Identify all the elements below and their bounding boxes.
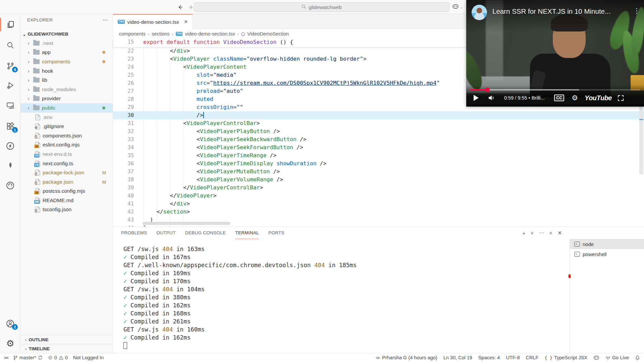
breadcrumb-item[interactable]: VideoDemoSection [247, 31, 289, 37]
cursor-position[interactable]: Ln 30, Col 19 [443, 355, 472, 360]
tree-item-README.md[interactable]: MDREADME.md [20, 196, 113, 205]
breadcrumb-item[interactable]: sections [152, 31, 169, 37]
tree-item-.gitignore[interactable]: ⊘.gitignore [20, 122, 113, 131]
git-blame[interactable]: Prharsha G (4 hours ago) [375, 355, 437, 360]
run-debug-icon[interactable] [0, 77, 20, 94]
notifications-bell[interactable] [635, 355, 640, 360]
code-line-36[interactable]: 36 <VideoPlayerTimeDisplay showDuration … [113, 160, 644, 168]
code-line-33[interactable]: 33 <VideoPlayerSeekBackwardButton /> [113, 135, 644, 143]
code-line-31[interactable]: 31 <VideoPlayerControlBar> [113, 119, 644, 127]
remote-indicator[interactable]: >< [4, 355, 8, 360]
navigate-back-icon[interactable] [176, 3, 184, 11]
tree-item-eslint.config.mjs[interactable]: JSeslint.config.mjs [20, 140, 113, 150]
tree-item-package-lock.json[interactable]: {}package-lock.jsonM [20, 168, 113, 177]
tree-item-components.json[interactable]: {}components.json [20, 131, 113, 140]
panel-tab-problems[interactable]: PROBLEMS [121, 227, 147, 239]
problems-summary[interactable]: 00 [48, 355, 68, 360]
copilot-menu[interactable]: ⌄ [452, 3, 463, 11]
video-progress-bar[interactable] [470, 89, 640, 90]
language-mode[interactable]: { }TypeScript JSX [544, 355, 587, 360]
launch-profile-button[interactable]: ˅ [531, 230, 534, 236]
code-line-40[interactable]: 40 </VideoPlayer> [113, 192, 644, 200]
search-sidebar-icon[interactable] [0, 37, 20, 53]
video-menu-icon[interactable]: ⋮ [633, 7, 640, 15]
command-center-search[interactable]: glidewatchweb [194, 2, 449, 12]
new-terminal-button[interactable]: + [522, 230, 525, 236]
tree-item-app[interactable]: ›app [20, 48, 113, 57]
tree-item-provider[interactable]: ›provider [20, 94, 113, 104]
code-token: = [220, 88, 223, 94]
tab-close-icon[interactable]: ✕ [182, 18, 189, 25]
go-live[interactable]: Go Live [605, 355, 629, 360]
not-logged-in[interactable]: Not Logged In [73, 355, 104, 360]
panel-tab-terminal[interactable]: TERMINAL [235, 227, 259, 239]
youtube-logo[interactable]: YouTube [585, 94, 612, 102]
encoding[interactable]: UTF-8 [506, 355, 520, 360]
thunder-client-icon[interactable] [0, 138, 20, 154]
extensions-icon[interactable]: 1 [0, 118, 20, 134]
code-line-38[interactable]: 38 <VideoPlayerVolumeRange /> [113, 176, 644, 184]
code-line-35[interactable]: 35 <VideoPlayerTimeRange /> [113, 152, 644, 160]
terminal-output[interactable]: GET /sw.js 404 in 163ms✓ Compiled in 167… [123, 245, 357, 350]
maximize-panel-button[interactable]: ˄ [549, 230, 552, 236]
explorer-more-actions-icon[interactable]: ⋯ [103, 17, 108, 23]
accounts-icon[interactable]: 2 [0, 315, 20, 331]
volume-button[interactable] [487, 94, 495, 102]
workspace-root-folder[interactable]: ⌄ GLIDEWATCHWEB [20, 29, 113, 39]
tree-item-hook[interactable]: ›hook [20, 66, 113, 76]
file-icon: ⊘ [35, 123, 40, 129]
tree-item-components[interactable]: ›components [20, 57, 113, 66]
video-title[interactable]: Learn SSR for NEXT.JS in 10 Minute... [492, 7, 628, 15]
copilot-status[interactable] [593, 355, 599, 361]
panel-tab-debug-console[interactable]: DEBUG CONSOLE [185, 227, 226, 239]
timeline-section[interactable]: › TIMELINE [20, 344, 113, 353]
close-panel-button[interactable]: ✕ [557, 230, 562, 236]
youtube-pip-player[interactable]: Learn SSR for NEXT.JS in 10 Minute... ⋮ … [466, 0, 644, 107]
tree-item-postcss.config.mjs[interactable]: JSpostcss.config.mjs [20, 187, 113, 196]
indentation[interactable]: Spaces: 4 [478, 355, 500, 360]
breadcrumb-item[interactable]: components [119, 31, 146, 37]
tree-item-public[interactable]: ›public [20, 103, 113, 113]
vertical-scrollbar[interactable] [639, 107, 643, 174]
panel-tab-output[interactable]: OUTPUT [156, 227, 175, 239]
code-line-32[interactable]: 32 <VideoPlayerPlayButton /> [113, 127, 644, 135]
tree-item-next-env.d.ts[interactable]: TSnext-env.d.ts [20, 149, 113, 159]
outline-section[interactable]: › OUTLINE [20, 335, 113, 344]
tab-video-demo-section[interactable]: TSX video-demo-section.tsx ✕ [113, 14, 193, 29]
fullscreen-button[interactable] [618, 95, 624, 101]
code-text: src="https://stream.mux.com/DS00Spx1CV90… [143, 79, 440, 87]
more-actions-button[interactable]: ⋯ [539, 230, 544, 236]
settings-gear-icon[interactable]: ⚙ [0, 335, 20, 351]
play-button[interactable] [474, 95, 479, 101]
code-line-42[interactable]: 42 </section> [113, 208, 644, 216]
remote-explorer-icon[interactable] [0, 98, 20, 114]
mongodb-icon[interactable] [0, 158, 20, 174]
code-line-34[interactable]: 34 <VideoPlayerSeekForwardButton /> [113, 143, 644, 152]
tree-item-lib[interactable]: ›lib [20, 75, 113, 85]
video-settings-icon[interactable]: ⚙ [572, 94, 578, 102]
chevron-collapsed-icon: › [28, 68, 33, 74]
git-branch[interactable]: master* [13, 355, 43, 360]
horizontal-scrollbar[interactable] [143, 222, 230, 225]
tree-item-package.json[interactable]: {}package.jsonM [20, 177, 113, 187]
code-line-39[interactable]: 39 </VideoPlayerControlBar> [113, 184, 644, 192]
panel-tab-ports[interactable]: PORTS [268, 227, 284, 239]
code-line-37[interactable]: 37 <VideoPlayerMuteButton /> [113, 168, 644, 176]
code-line-30[interactable]: 30 /> [113, 111, 644, 119]
channel-avatar[interactable] [472, 5, 487, 20]
terminal-instance-powershell[interactable]: >_powershell [570, 249, 644, 259]
github-icon[interactable] [0, 177, 20, 193]
code-line-41[interactable]: 41 </div> [113, 200, 644, 208]
terminal-instance-node[interactable]: >_node [570, 239, 644, 249]
captions-button[interactable]: CC [554, 95, 564, 101]
source-control-badge: 9 [12, 67, 18, 72]
tree-item-.env[interactable]: .env [20, 113, 113, 122]
tree-item-node_modules[interactable]: ›node_modules [20, 85, 113, 94]
source-control-icon[interactable]: 9 [0, 58, 20, 74]
explorer-icon[interactable] [0, 16, 20, 33]
tree-item-tsconfig.json[interactable]: {}tsconfig.json [20, 205, 113, 215]
eol-sequence[interactable]: CRLF [526, 355, 539, 360]
breadcrumb-item[interactable]: video-demo-section.tsx [185, 31, 235, 37]
tree-item-next.config.ts[interactable]: TSnext.config.ts [20, 159, 113, 168]
tree-item-.next[interactable]: ›.next [20, 39, 113, 48]
